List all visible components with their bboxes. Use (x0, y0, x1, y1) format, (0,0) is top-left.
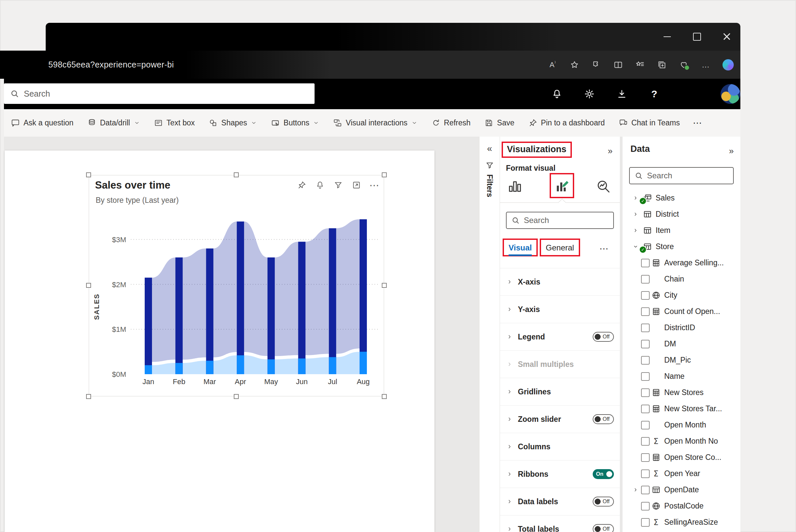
format-section-gridlines[interactable]: Gridlines (500, 378, 620, 406)
resize-handle-e[interactable] (382, 283, 387, 288)
resize-handle-s[interactable] (234, 394, 239, 399)
toolbar-item-text-box[interactable]: Text box (147, 109, 202, 137)
field-checkbox[interactable] (641, 502, 650, 511)
read-aloud-icon[interactable]: A⁾ (548, 60, 558, 70)
toolbar-item-ask-a-question[interactable]: Ask a question (4, 109, 80, 137)
browser-essentials-icon[interactable] (679, 60, 689, 70)
browser-more-icon[interactable]: … (701, 60, 710, 70)
toggle-off[interactable]: Off (593, 524, 614, 532)
field-row-dm-pic[interactable]: DM_Pic (622, 352, 740, 368)
toolbar-more-button[interactable]: ⋯ (687, 117, 708, 128)
field-row-sellingareasize[interactable]: ΣSellingAreaSize (622, 514, 740, 530)
focus-mode-icon[interactable] (351, 180, 361, 190)
field-checkbox[interactable] (641, 372, 650, 381)
visual-filter-icon[interactable] (333, 180, 343, 190)
toggle-on[interactable]: On (593, 469, 614, 479)
data-search-input[interactable]: Search (629, 167, 734, 184)
chevron-right-icon[interactable] (630, 487, 641, 493)
field-row-count-of-open-[interactable]: Count of Open... (622, 303, 740, 320)
field-row-dm[interactable]: DM (622, 336, 740, 352)
field-row-name[interactable]: Name (622, 368, 740, 384)
format-tabs-more-icon[interactable]: ⋯ (599, 243, 609, 254)
field-row-open-month[interactable]: Open Month (622, 417, 740, 433)
help-icon[interactable]: ? (648, 79, 661, 109)
field-row-opendate[interactable]: OpenDate (622, 482, 740, 498)
field-row-average-selling-[interactable]: Average Selling... (622, 255, 740, 271)
url-text[interactable]: 598c65eea?experience=power-bi (48, 60, 174, 70)
global-search-input[interactable]: Search (4, 83, 314, 104)
field-checkbox[interactable] (641, 453, 650, 462)
collapse-visualizations-icon[interactable]: » (608, 146, 613, 156)
field-checkbox[interactable] (641, 340, 650, 348)
format-section-zoom-slider[interactable]: Zoom sliderOff (500, 406, 620, 433)
tab-general[interactable]: General (546, 243, 574, 256)
filters-pane-collapsed[interactable]: « Filters (479, 137, 500, 532)
toolbar-item-visual-interactions[interactable]: Visual interactions (326, 109, 424, 137)
resize-handle-sw[interactable] (86, 394, 91, 399)
chevron-right-icon[interactable] (630, 228, 641, 233)
field-row-districtid[interactable]: DistrictID (622, 320, 740, 336)
field-row-city[interactable]: City (622, 287, 740, 303)
format-section-x-axis[interactable]: X-axis (500, 268, 620, 296)
format-search-input[interactable]: Search (506, 212, 614, 229)
resize-handle-n[interactable] (234, 172, 239, 177)
window-maximize-button[interactable] (689, 29, 705, 44)
toggle-off[interactable]: Off (593, 497, 614, 507)
format-section-y-axis[interactable]: Y-axis (500, 296, 620, 323)
field-checkbox[interactable] (641, 275, 650, 284)
field-checkbox[interactable] (641, 470, 650, 478)
field-checkbox[interactable] (641, 356, 650, 365)
sales-over-time-visual[interactable]: Sales over time By store type (Last year… (89, 175, 384, 396)
format-section-small-multiples[interactable]: Small multiples (500, 351, 620, 378)
resize-handle-nw[interactable] (86, 172, 91, 177)
build-visual-icon[interactable] (507, 179, 523, 194)
format-section-ribbons[interactable]: RibbonsOn (500, 460, 620, 488)
table-row-sales[interactable]: ✓Sales (622, 190, 740, 206)
visual-more-options-icon[interactable]: ⋯ (369, 180, 379, 190)
window-minimize-button[interactable] (659, 29, 675, 44)
toolbar-item-pin-to-a-dashboard[interactable]: Pin to a dashboard (522, 109, 612, 137)
toolbar-item-buttons[interactable]: Buttons (264, 109, 326, 137)
pin-visual-icon[interactable] (297, 180, 307, 190)
field-checkbox[interactable] (641, 518, 650, 527)
resize-handle-w[interactable] (86, 283, 91, 288)
copilot-icon[interactable] (723, 59, 734, 71)
field-row-new-stores-tar-[interactable]: New Stores Tar... (622, 401, 740, 417)
field-row-open-month-no[interactable]: ΣOpen Month No (622, 433, 740, 449)
field-row-chain[interactable]: Chain (622, 271, 740, 287)
collapse-data-icon[interactable]: » (729, 146, 734, 156)
collections-icon[interactable] (657, 60, 667, 70)
expand-filters-icon[interactable]: « (487, 143, 492, 154)
resize-handle-se[interactable] (382, 394, 387, 399)
tab-visual[interactable]: Visual (509, 243, 532, 256)
chevron-right-icon[interactable] (630, 211, 641, 217)
analytics-icon[interactable] (596, 179, 611, 194)
table-row-district[interactable]: District (622, 206, 740, 222)
field-row-open-store-co-[interactable]: Open Store Co... (622, 449, 740, 466)
format-section-columns[interactable]: Columns (500, 433, 620, 460)
field-checkbox[interactable] (641, 421, 650, 430)
format-section-legend[interactable]: LegendOff (500, 323, 620, 351)
field-checkbox[interactable] (641, 307, 650, 316)
table-row-item[interactable]: Item (622, 222, 740, 239)
toolbar-item-save[interactable]: Save (477, 109, 521, 137)
user-avatar[interactable] (721, 84, 740, 104)
window-close-button[interactable] (719, 29, 735, 44)
field-checkbox[interactable] (641, 259, 650, 267)
resize-handle-ne[interactable] (382, 172, 387, 177)
field-checkbox[interactable] (641, 486, 650, 494)
field-checkbox[interactable] (641, 388, 650, 397)
extensions-puzzle-icon[interactable] (591, 60, 601, 70)
table-row-store[interactable]: ✓Store (622, 239, 740, 255)
toolbar-item-refresh[interactable]: Refresh (424, 109, 478, 137)
toggle-off[interactable]: Off (593, 332, 614, 342)
favorite-star-icon[interactable] (569, 60, 579, 70)
field-checkbox[interactable] (641, 405, 650, 413)
toolbar-item-shapes[interactable]: Shapes (202, 109, 264, 137)
format-section-data-labels[interactable]: Data labelsOff (500, 488, 620, 515)
format-section-total-labels[interactable]: Total labelsOff (500, 515, 620, 532)
toolbar-item-chat-in-teams[interactable]: Chat in Teams (612, 109, 687, 137)
field-checkbox[interactable] (641, 324, 650, 332)
field-row-open-year[interactable]: ΣOpen Year (622, 466, 740, 482)
toggle-off[interactable]: Off (593, 414, 614, 424)
